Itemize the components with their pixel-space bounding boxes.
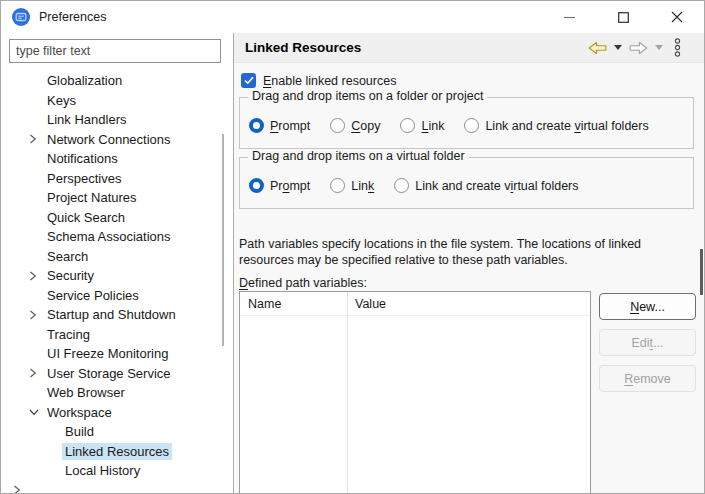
minimize-button[interactable] — [542, 1, 596, 33]
tree-item-linked-resources[interactable]: Linked Resources — [1, 442, 233, 462]
radio-g2-link[interactable]: Link — [330, 178, 374, 193]
path-variables-table[interactable]: NameValue — [239, 291, 591, 494]
sidebar-scrollbar[interactable] — [222, 134, 224, 346]
tree-item-user-storage-service[interactable]: User Storage Service — [1, 364, 233, 384]
tree-item-notifications[interactable]: Notifications — [1, 149, 233, 169]
app-icon — [12, 8, 30, 26]
chevron-collapsed-icon[interactable] — [13, 485, 31, 493]
tree-item-label: Project Natures — [47, 190, 137, 205]
titlebar: Preferences — [1, 1, 704, 33]
forward-arrow-icon[interactable] — [629, 41, 648, 55]
tree-item-label: Perspectives — [47, 171, 121, 186]
chevron-collapsed-icon[interactable] — [29, 310, 47, 320]
back-arrow-icon[interactable] — [588, 41, 607, 55]
tree-item-label: Security — [47, 268, 94, 283]
table-buttons: New...Edit...Remove — [599, 293, 696, 392]
maximize-button[interactable] — [596, 1, 650, 33]
radio-g1-prompt[interactable]: Prompt — [249, 118, 310, 133]
tree-item-ui-freeze-monitoring[interactable]: UI Freeze Monitoring — [1, 344, 233, 364]
radio-g2-prompt[interactable]: Prompt — [249, 178, 310, 193]
radio-label: Copy — [351, 119, 380, 133]
defined-path-variables-label: Defined path variables: — [239, 276, 367, 290]
tree-item-partial[interactable] — [1, 481, 233, 494]
tree-item-label: User Storage Service — [47, 366, 171, 381]
back-history-dropdown-icon[interactable] — [614, 45, 622, 50]
tree-item-label: Tracing — [47, 327, 90, 342]
tree-item-label: Workspace — [47, 405, 112, 420]
new-button[interactable]: New... — [599, 293, 696, 320]
radio-label: Link and create virtual folders — [415, 179, 578, 193]
panel-scrollbar[interactable] — [700, 249, 703, 295]
chevron-collapsed-icon[interactable] — [29, 368, 47, 378]
tree-item-label: Build — [65, 424, 94, 439]
tree-item-security[interactable]: Security — [1, 266, 233, 286]
radio-unselected-icon[interactable] — [464, 118, 479, 133]
tree-item-label: Web Browser — [47, 385, 125, 400]
tree-item-label: Search — [47, 249, 88, 264]
tree-item-web-browser[interactable]: Web Browser — [1, 383, 233, 403]
dnd-folder-group: Drag and drop items on a folder or proje… — [239, 97, 694, 149]
tree-item-link-handlers[interactable]: Link Handlers — [1, 110, 233, 130]
radio-g1-copy[interactable]: Copy — [330, 118, 380, 133]
table-header-row: NameValue — [240, 292, 590, 316]
window-title: Preferences — [39, 10, 106, 24]
filter-input[interactable] — [9, 39, 221, 63]
tree-item-network-connections[interactable]: Network Connections — [1, 130, 233, 150]
tree-item-quick-search[interactable]: Quick Search — [1, 208, 233, 228]
dnd-virtual-folder-options: PromptLinkLink and create virtual folder… — [249, 178, 579, 193]
forward-history-dropdown-icon[interactable] — [655, 45, 663, 50]
tree-item-label: Startup and Shutdown — [47, 307, 176, 322]
edit-button[interactable]: Edit... — [599, 329, 696, 356]
chevron-collapsed-icon[interactable] — [29, 134, 47, 144]
dnd-folder-options: PromptCopyLinkLink and create virtual fo… — [249, 118, 649, 133]
remove-button[interactable]: Remove — [599, 365, 696, 392]
tree-item-perspectives[interactable]: Perspectives — [1, 169, 233, 189]
column-header-name[interactable]: Name — [240, 292, 347, 315]
tree-item-label: Globalization — [47, 73, 122, 88]
tree-item-workspace[interactable]: Workspace — [1, 403, 233, 423]
header-nav — [588, 38, 682, 57]
tree-item-label: Linked Resources — [62, 443, 172, 460]
radio-g1-link-and-create-virtual-folders[interactable]: Link and create virtual folders — [464, 118, 648, 133]
tree-item-globalization[interactable]: Globalization — [1, 71, 233, 91]
tree-item-label: Link Handlers — [47, 112, 127, 127]
chevron-collapsed-icon[interactable] — [29, 271, 47, 281]
linked-resources-panel: Linked Resources — [234, 33, 704, 493]
radio-unselected-icon[interactable] — [400, 118, 415, 133]
column-divider — [347, 292, 348, 494]
preferences-sidebar: GlobalizationKeysLink HandlersNetwork Co… — [1, 33, 234, 493]
page-header: Linked Resources — [234, 33, 704, 63]
enable-linked-resources-label: Enable linked resources — [263, 74, 396, 88]
tree-item-local-history[interactable]: Local History — [1, 461, 233, 481]
tree-item-label: UI Freeze Monitoring — [47, 346, 168, 361]
chevron-expanded-icon[interactable] — [29, 408, 47, 416]
preferences-tree: GlobalizationKeysLink HandlersNetwork Co… — [1, 71, 233, 493]
radio-unselected-icon[interactable] — [394, 178, 409, 193]
tree-item-label: Network Connections — [47, 132, 171, 147]
radio-label: Prompt — [270, 119, 310, 133]
radio-label: Prompt — [270, 179, 310, 193]
radio-g2-link-and-create-virtual-folders[interactable]: Link and create virtual folders — [394, 178, 578, 193]
enable-linked-resources-row: Enable linked resources — [241, 73, 396, 88]
radio-unselected-icon[interactable] — [330, 178, 345, 193]
radio-selected-icon[interactable] — [249, 118, 264, 133]
radio-unselected-icon[interactable] — [330, 118, 345, 133]
tree-item-keys[interactable]: Keys — [1, 91, 233, 111]
tree-item-tracing[interactable]: Tracing — [1, 325, 233, 345]
close-button[interactable] — [650, 1, 704, 33]
radio-g1-link[interactable]: Link — [400, 118, 444, 133]
enable-linked-resources-checkbox[interactable] — [241, 73, 256, 88]
preferences-dialog: Preferences GlobalizationKeysLink Handle… — [0, 0, 705, 494]
column-header-value[interactable]: Value — [347, 292, 394, 315]
view-menu-icon[interactable] — [673, 38, 682, 57]
tree-item-service-policies[interactable]: Service Policies — [1, 286, 233, 306]
tree-item-build[interactable]: Build — [1, 422, 233, 442]
tree-item-project-natures[interactable]: Project Natures — [1, 188, 233, 208]
tree-item-schema-associations[interactable]: Schema Associations — [1, 227, 233, 247]
tree-item-startup-and-shutdown[interactable]: Startup and Shutdown — [1, 305, 233, 325]
tree-item-search[interactable]: Search — [1, 247, 233, 267]
tree-item-label: Notifications — [47, 151, 118, 166]
radio-selected-icon[interactable] — [249, 178, 264, 193]
tree-item-label: Service Policies — [47, 288, 139, 303]
dnd-virtual-folder-group: Drag and drop items on a virtual folder … — [239, 157, 694, 209]
